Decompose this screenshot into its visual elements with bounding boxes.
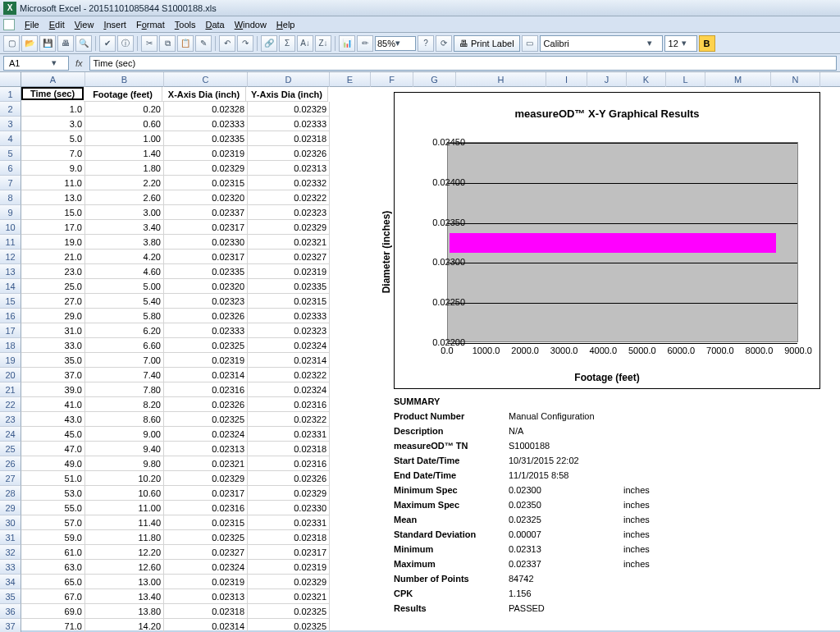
row-header[interactable]: 6 xyxy=(0,161,21,176)
data-cell[interactable]: 13.00 xyxy=(85,575,164,589)
data-cell[interactable]: 0.02333 xyxy=(164,323,248,338)
row-header[interactable]: 9 xyxy=(0,205,21,220)
header-cell[interactable]: Time (sec) xyxy=(21,87,84,100)
row-header[interactable]: 29 xyxy=(0,501,21,515)
data-cell[interactable]: 0.02322 xyxy=(248,190,330,205)
menu-data[interactable]: Data xyxy=(200,18,229,31)
row-header[interactable]: 16 xyxy=(0,309,21,323)
data-cell[interactable]: 1.40 xyxy=(85,146,164,161)
data-cell[interactable]: 5.0 xyxy=(21,131,85,146)
data-cell[interactable]: 0.02316 xyxy=(164,501,248,515)
data-cell[interactable]: 0.02337 xyxy=(164,205,248,220)
data-cell[interactable]: 1.00 xyxy=(85,131,164,146)
data-cell[interactable]: 0.02317 xyxy=(248,545,330,560)
header-cell[interactable]: Footage (feet) xyxy=(84,87,162,102)
formula-bar[interactable]: Time (sec) xyxy=(89,56,837,71)
data-cell[interactable]: 0.02320 xyxy=(164,279,248,294)
row-header[interactable]: 23 xyxy=(0,412,21,427)
open-icon[interactable]: 📂 xyxy=(21,35,38,52)
data-cell[interactable]: 5.40 xyxy=(85,294,164,309)
data-cell[interactable]: 59.0 xyxy=(21,530,85,545)
data-cell[interactable]: 12.20 xyxy=(85,545,164,560)
data-cell[interactable]: 0.02317 xyxy=(164,486,248,501)
data-cell[interactable]: 3.0 xyxy=(21,117,85,131)
data-cell[interactable]: 2.60 xyxy=(85,190,164,205)
data-cell[interactable]: 0.02325 xyxy=(164,412,248,427)
row-header[interactable]: 11 xyxy=(0,235,21,250)
data-cell[interactable]: 25.0 xyxy=(21,279,85,294)
data-cell[interactable]: 0.02324 xyxy=(248,338,330,353)
data-cell[interactable]: 35.0 xyxy=(21,353,85,368)
undo-icon[interactable]: ↶ xyxy=(219,35,235,52)
row-header[interactable]: 17 xyxy=(0,323,21,338)
data-cell[interactable]: 53.0 xyxy=(21,486,85,501)
data-cell[interactable]: 0.02316 xyxy=(248,456,330,471)
data-cell[interactable]: 5.00 xyxy=(85,279,164,294)
data-cell[interactable]: 43.0 xyxy=(21,412,85,427)
data-cell[interactable]: 0.02316 xyxy=(248,397,330,412)
row-header[interactable]: 24 xyxy=(0,427,21,442)
data-cell[interactable]: 10.60 xyxy=(85,486,164,501)
data-cell[interactable]: 0.02315 xyxy=(164,176,248,190)
data-cell[interactable]: 0.02326 xyxy=(164,397,248,412)
embedded-chart[interactable]: measureOD™ X-Y Graphical Results Diamete… xyxy=(394,92,820,389)
data-cell[interactable]: 7.80 xyxy=(85,382,164,397)
data-cell[interactable]: 55.0 xyxy=(21,501,85,515)
data-cell[interactable]: 69.0 xyxy=(21,604,85,619)
row-header[interactable]: 28 xyxy=(0,486,21,501)
workbook-icon[interactable] xyxy=(3,19,15,30)
data-cell[interactable]: 0.02335 xyxy=(164,131,248,146)
data-cell[interactable]: 0.02331 xyxy=(248,427,330,442)
data-cell[interactable]: 0.02318 xyxy=(248,131,330,146)
row-header[interactable]: 31 xyxy=(0,530,21,545)
data-cell[interactable]: 0.02318 xyxy=(248,530,330,545)
menu-window[interactable]: Window xyxy=(230,18,272,31)
data-cell[interactable]: 71.0 xyxy=(21,619,85,632)
col-header-C[interactable]: C xyxy=(164,72,248,87)
data-cell[interactable]: 41.0 xyxy=(21,397,85,412)
col-header-A[interactable]: A xyxy=(21,72,85,87)
data-cell[interactable]: 0.02319 xyxy=(248,264,330,279)
data-cell[interactable]: 0.02315 xyxy=(248,294,330,309)
redo-icon[interactable]: ↷ xyxy=(237,35,253,52)
col-header-G[interactable]: G xyxy=(413,72,456,87)
zoom-combo[interactable]: 85%▾ xyxy=(375,36,416,51)
data-cell[interactable]: 0.02318 xyxy=(248,442,330,456)
data-cell[interactable]: 0.02329 xyxy=(164,161,248,176)
data-cell[interactable]: 9.0 xyxy=(21,161,85,176)
data-cell[interactable]: 0.60 xyxy=(85,117,164,131)
data-cell[interactable]: 0.02324 xyxy=(164,560,248,575)
data-cell[interactable]: 11.80 xyxy=(85,530,164,545)
format-painter-icon[interactable]: ✎ xyxy=(195,35,212,52)
data-cell[interactable]: 0.02330 xyxy=(164,235,248,250)
paste-icon[interactable]: 📋 xyxy=(177,35,194,52)
data-cell[interactable]: 37.0 xyxy=(21,368,85,382)
data-cell[interactable]: 0.02319 xyxy=(164,353,248,368)
data-cell[interactable]: 0.02318 xyxy=(164,604,248,619)
sort-asc-icon[interactable]: A↓ xyxy=(297,35,313,52)
data-cell[interactable]: 0.02321 xyxy=(164,456,248,471)
data-cell[interactable]: 0.02313 xyxy=(164,589,248,604)
row-header[interactable]: 13 xyxy=(0,264,21,279)
data-cell[interactable]: 0.02335 xyxy=(164,264,248,279)
data-cell[interactable]: 13.0 xyxy=(21,190,85,205)
font-combo[interactable]: Calibri▾ xyxy=(540,35,663,52)
data-cell[interactable]: 12.60 xyxy=(85,560,164,575)
save-icon[interactable]: 💾 xyxy=(39,35,56,52)
data-cell[interactable]: 7.00 xyxy=(85,353,164,368)
data-cell[interactable]: 0.02316 xyxy=(164,382,248,397)
data-cell[interactable]: 0.02314 xyxy=(164,368,248,382)
print-label-button[interactable]: 🖶Print Label xyxy=(454,35,520,52)
row-header[interactable]: 14 xyxy=(0,279,21,294)
row-header[interactable]: 32 xyxy=(0,545,21,560)
data-cell[interactable]: 29.0 xyxy=(21,309,85,323)
print-icon[interactable]: 🖶 xyxy=(57,35,74,52)
column-headers[interactable]: ABCDEFGHIJKLMN xyxy=(0,72,840,87)
row-header[interactable]: 34 xyxy=(0,575,21,589)
data-cell[interactable]: 31.0 xyxy=(21,323,85,338)
row-header[interactable]: 5 xyxy=(0,146,21,161)
refresh-icon[interactable]: ⟳ xyxy=(436,35,452,52)
row-header[interactable]: 19 xyxy=(0,353,21,368)
row-header[interactable]: 30 xyxy=(0,515,21,530)
data-cell[interactable]: 17.0 xyxy=(21,220,85,235)
